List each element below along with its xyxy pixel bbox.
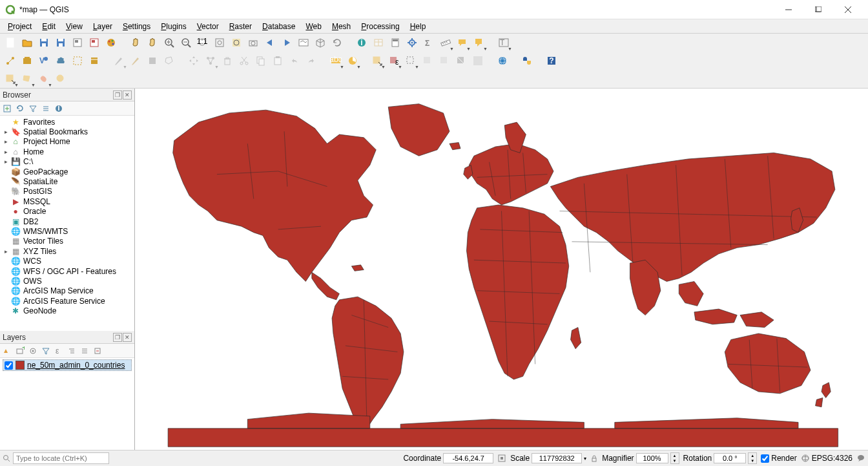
extents-icon[interactable] — [497, 454, 506, 463]
menu-project[interactable]: Project — [3, 21, 37, 32]
properties-button[interactable]: i — [53, 103, 65, 114]
add-vector-button[interactable] — [3, 53, 18, 69]
filter-legend-button[interactable] — [40, 345, 52, 357]
zoom-next-button[interactable] — [279, 35, 294, 50]
zoom-in-button[interactable] — [161, 35, 177, 50]
measure-button[interactable]: ▼ — [438, 35, 453, 50]
menu-settings[interactable]: Settings — [118, 21, 156, 32]
menu-web[interactable]: Web — [300, 21, 326, 32]
magnifier-spinner[interactable]: ▲▼ — [670, 452, 679, 464]
new-geopackage-button[interactable] — [19, 53, 35, 69]
browser-item-spatial-bookmarks[interactable]: ▸🔖Spatial Bookmarks — [0, 127, 134, 136]
coordinate-input[interactable] — [443, 453, 493, 463]
statistics-button[interactable]: Σ — [421, 35, 437, 50]
open-project-button[interactable] — [19, 35, 35, 50]
menu-layer[interactable]: Layer — [88, 21, 118, 32]
zoom-out-button[interactable] — [178, 35, 194, 50]
new-map-view-button[interactable] — [296, 35, 311, 50]
scale-input[interactable] — [532, 453, 582, 463]
menu-plugins[interactable]: Plugins — [156, 21, 191, 32]
new-project-button[interactable] — [3, 35, 18, 50]
menu-mesh[interactable]: Mesh — [327, 21, 356, 32]
menu-edit[interactable]: Edit — [37, 21, 61, 32]
browser-item-home[interactable]: ▸⌂Home — [0, 147, 134, 156]
scale-dropdown-button[interactable]: ▾ — [584, 456, 586, 461]
close-button[interactable] — [833, 0, 863, 19]
layer-item[interactable]: ne_50m_admin_0_countries — [3, 359, 132, 371]
minimize-button[interactable] — [774, 0, 803, 19]
browser-tree[interactable]: ★Favorites▸🔖Spatial Bookmarks▸⌂Project H… — [0, 116, 134, 331]
browser-item-wfs-ogc-api-features[interactable]: 🌐WFS / OGC API - Features — [0, 266, 134, 276]
toolbox-button[interactable] — [404, 35, 420, 50]
browser-panel-header[interactable]: Browser ❐ ✕ — [0, 89, 134, 101]
browser-item-spatialite[interactable]: 🪶SpatiaLite — [0, 176, 134, 186]
render-checkbox[interactable] — [761, 454, 769, 463]
menu-raster[interactable]: Raster — [224, 21, 257, 32]
diagram-tool-button[interactable]: ▼ — [345, 53, 360, 69]
browser-item-vector-tiles[interactable]: ▦Vector Tiles — [0, 237, 134, 246]
browser-item-oracle[interactable]: ●Oracle — [0, 207, 134, 217]
map-canvas[interactable] — [135, 89, 868, 450]
new-spatialite-button[interactable] — [53, 53, 68, 69]
annotations-button[interactable]: ▼ — [471, 35, 487, 50]
save-project-button[interactable] — [36, 35, 52, 50]
browser-item-geonode[interactable]: ✱GeoNode — [0, 306, 134, 315]
browser-item-geopackage[interactable]: 📦GeoPackage — [0, 167, 134, 176]
new-memory-button[interactable] — [87, 53, 102, 69]
browser-item-postgis[interactable]: 🐘PostGIS — [0, 187, 134, 196]
metasearch-button[interactable] — [495, 53, 510, 69]
crs-button[interactable]: EPSG:4326 — [801, 454, 852, 463]
browser-item-arcgis-map-service[interactable]: 🌐ArcGIS Map Service — [0, 286, 134, 296]
select-value-button[interactable]: ε▼ — [386, 53, 402, 69]
panel-close-button[interactable]: ✕ — [123, 90, 132, 100]
layout-manager-button[interactable] — [87, 35, 102, 50]
browser-item-project-home[interactable]: ▸⌂Project Home — [0, 137, 134, 147]
browser-item-db2[interactable]: ▣DB2 — [0, 217, 134, 226]
refresh-button[interactable] — [14, 103, 26, 114]
browser-item-wms-wmts[interactable]: 🌐WMS/WMTS — [0, 226, 134, 236]
zoom-selection-button[interactable] — [229, 35, 244, 50]
help-button[interactable]: ? — [544, 53, 559, 69]
add-layer-button[interactable] — [1, 103, 13, 114]
magnifier-input[interactable] — [636, 453, 668, 463]
menu-database[interactable]: Database — [257, 21, 300, 32]
save-as-button[interactable] — [53, 35, 68, 50]
collapse-all-button[interactable] — [40, 103, 52, 114]
filter-expression-button[interactable]: ε — [53, 345, 65, 357]
select-features-button[interactable]: ▼ — [369, 53, 385, 69]
new-layout-button[interactable] — [70, 35, 85, 50]
maximize-button[interactable] — [803, 0, 833, 19]
select-freehand-button[interactable]: ▼ — [36, 71, 52, 87]
collapse-all-button[interactable] — [79, 345, 90, 357]
pan-button[interactable] — [128, 35, 143, 50]
label-tool-button[interactable]: abc▼ — [328, 53, 344, 69]
browser-item-mssql[interactable]: ▶MSSQL — [0, 196, 134, 206]
zoom-layer-button[interactable] — [245, 35, 261, 50]
pan-selection-button[interactable] — [145, 35, 160, 50]
panel-close-button[interactable]: ✕ — [123, 333, 132, 342]
filter-button[interactable] — [27, 103, 39, 114]
field-calculator-button[interactable] — [388, 35, 403, 50]
browser-item-favorites[interactable]: ★Favorites — [0, 117, 134, 127]
layers-list[interactable]: ne_50m_admin_0_countries — [0, 358, 134, 450]
zoom-native-button[interactable]: 1:1 — [195, 35, 211, 50]
locator-input[interactable] — [13, 452, 109, 464]
panel-float-button[interactable]: ❐ — [113, 333, 122, 342]
rotation-input[interactable] — [714, 453, 746, 463]
menu-processing[interactable]: Processing — [356, 21, 404, 32]
select-radius-button[interactable] — [53, 71, 68, 87]
new-3d-view-button[interactable] — [313, 35, 328, 50]
layers-panel-header[interactable]: Layers ❐ ✕ — [0, 331, 134, 344]
messages-icon[interactable] — [856, 454, 865, 463]
browser-item-wcs[interactable]: 🌐WCS — [0, 256, 134, 266]
no-action-button[interactable]: T▼ — [496, 35, 512, 50]
remove-layer-button[interactable] — [92, 345, 103, 357]
map-tips-button[interactable]: ▼ — [455, 35, 470, 50]
add-group-button[interactable]: + — [14, 345, 26, 357]
layer-visibility-checkbox[interactable] — [5, 361, 13, 370]
identify-button[interactable]: i — [354, 35, 369, 50]
deselect-all-button[interactable]: ▼ — [403, 53, 418, 69]
layer-style-button[interactable] — [1, 345, 13, 357]
new-shapefile-button[interactable]: V — [36, 53, 52, 69]
browser-item-xyz-tiles[interactable]: ▸▦XYZ Tiles — [0, 246, 134, 256]
